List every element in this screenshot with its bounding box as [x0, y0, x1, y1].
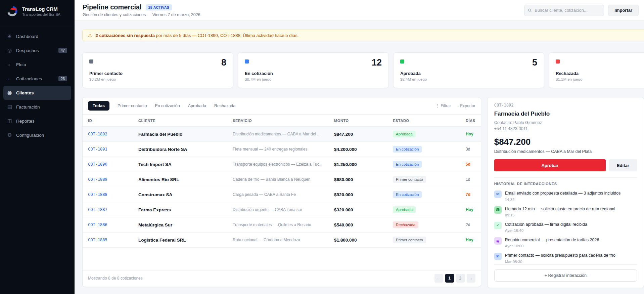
content: ⚠ 2 cotizaciónes sin respuesta por más d… — [75, 21, 644, 288]
phone-icon: ☎ — [494, 206, 502, 214]
history-time: Ayer 16:40 — [505, 228, 587, 233]
alert-text: 2 cotizaciónes sin respuesta por más de … — [96, 33, 299, 38]
kpi-value: 5 — [532, 57, 537, 68]
tab-todas[interactable]: Todas — [88, 101, 109, 111]
facturacion-icon: ▤ — [7, 104, 16, 110]
kpi-label: En cotización — [245, 71, 382, 76]
row-count-text: Mostrando 8 de 8 cotizaciones — [88, 276, 143, 281]
sidebar-item-cotizaciones[interactable]: ≡ Cotizaciones 23 — [3, 72, 71, 86]
kpi-value: 12 — [372, 57, 382, 68]
status-badge: En cotización — [393, 191, 422, 198]
table-row[interactable]: COT-1888 Construmax SA Carga pesada — CA… — [83, 187, 481, 202]
kpi-label: Aprobada — [400, 71, 537, 76]
page-title: Pipeline comercial — [83, 3, 142, 11]
table-row[interactable]: COT-1885 Logística Federal SRL Ruta naci… — [83, 233, 481, 248]
table-row[interactable]: COT-1891 Distribuidora Norte SA Flete me… — [83, 142, 481, 157]
despachos-count-badge: 47 — [58, 48, 67, 53]
meeting-icon: ◉ — [494, 237, 502, 245]
email-icon: ✉ — [494, 253, 502, 260]
status-badge: Aprobada — [393, 131, 416, 137]
translog-logo-icon — [6, 5, 19, 17]
kpi-square-green-icon — [400, 59, 404, 64]
kpi-sub: $2.4M en juego — [400, 77, 537, 81]
tab-rechazada[interactable]: Rechazada — [214, 101, 235, 111]
divider — [494, 177, 637, 178]
sidebar-item-flota[interactable]: ○ Flota — [3, 57, 71, 72]
table-footer: Mostrando 8 de 8 cotizaciones ← 1 2 → — [83, 270, 481, 287]
edit-button[interactable]: Editar — [609, 159, 637, 171]
table-header: ID CLIENTE SERVICIO MONTO ESTADO DÍAS — [83, 114, 481, 127]
filter-button[interactable]: ⋮ Filtrar — [435, 103, 451, 108]
sidebar-item-dashboard[interactable]: ⊞ Dashboard — [3, 29, 71, 43]
tab-primer-contacto[interactable]: Primer contacto — [118, 101, 147, 111]
kpi-card-aprobada: 5 Aprobada $2.4M en juego — [393, 52, 544, 88]
history-time: Mar 08:30 — [505, 260, 615, 264]
register-interaction-button[interactable]: + Registrar interacción — [494, 269, 637, 282]
main-area: Pipeline comercial 28 ACTIVAS Gestión de… — [75, 0, 644, 294]
import-button[interactable]: Importar — [608, 5, 639, 16]
page-2-button[interactable]: 2 — [456, 274, 465, 283]
search-box[interactable] — [524, 5, 604, 16]
detail-client-name: Farmacia del Pueblo — [494, 111, 637, 117]
kpi-square-red-icon — [556, 59, 560, 64]
kpi-row: 8 Primer contacto $3.2M en juego 12 En c… — [82, 52, 644, 88]
table-row[interactable]: COT-1887 Farma Express Distribución urge… — [83, 202, 481, 217]
history-item: ✓ Cotización aprobada — firma digital re… — [494, 222, 637, 233]
kpi-value: 8 — [221, 57, 226, 68]
kpi-label: Rechazada — [556, 71, 644, 76]
download-icon: ↓ — [457, 103, 459, 108]
detail-service: Distribución medicamentos — CABA a Mar d… — [494, 149, 637, 154]
table-row[interactable]: COT-1892 Farmacia del Pueblo Distribució… — [83, 127, 481, 142]
prev-page-button[interactable]: ← — [434, 274, 443, 283]
history-time: 14:32 — [505, 198, 621, 202]
sidebar-divider — [0, 25, 75, 25]
flota-icon: ○ — [7, 62, 16, 68]
status-badge: En cotización — [393, 161, 422, 168]
filter-tabs: Todas Primer contacto En cotización Apro… — [83, 97, 481, 114]
brand-company: Transportes del Sur SA — [22, 12, 60, 16]
kpi-card-primer-contacto: 8 Primer contacto $3.2M en juego — [82, 52, 233, 88]
history-item: ✉ Email enviado con propuesta detallada … — [494, 191, 637, 201]
detail-phone: +54 11 4823-0011 — [494, 126, 528, 131]
table-row[interactable]: COT-1886 Metalúrgica Sur Transporte mate… — [83, 217, 481, 233]
tab-aprobada[interactable]: Aprobada — [188, 101, 206, 111]
history-item: ✉ Primer contacto — solicita presupuesto… — [494, 253, 637, 263]
status-badge: Primer contacto — [393, 176, 426, 183]
warning-icon: ⚠ — [88, 33, 92, 38]
detail-contact: Contacto: Pablo Giménez +54 11 4823-0011 — [494, 120, 637, 132]
configuracion-icon: ⚙ — [7, 132, 16, 138]
table-row[interactable]: COT-1889 Alimentos Río SRL Cadena de frí… — [83, 172, 481, 187]
quotes-table-card: Todas Primer contacto En cotización Apro… — [82, 97, 481, 287]
status-badge: Primer contacto — [393, 237, 426, 243]
kpi-square-blue-icon — [245, 59, 249, 64]
kpi-card-rechazada: Rechazada $1.1M en juego — [549, 52, 644, 88]
detail-amount: $847.200 — [494, 137, 637, 147]
dashboard-icon: ⊞ — [7, 33, 16, 39]
next-page-button[interactable]: → — [467, 274, 475, 283]
kpi-card-en-cotizacion: 12 En cotización $8.7M en juego — [238, 52, 389, 88]
page-1-button[interactable]: 1 — [445, 274, 454, 283]
search-input[interactable] — [535, 8, 600, 13]
active-count-badge: 28 ACTIVAS — [146, 4, 172, 10]
sidebar-item-reportes[interactable]: ◫ Reportes — [3, 114, 71, 128]
search-icon — [528, 8, 532, 12]
email-icon: ✉ — [494, 191, 502, 198]
sidebar-item-clientes[interactable]: ◉ Clientes — [3, 86, 71, 100]
kpi-sub: $8.7M en juego — [245, 77, 382, 81]
sidebar-item-despachos[interactable]: ◎ Despachos 47 — [3, 43, 71, 57]
brand: TransLog CRM Transportes del Sur SA — [0, 0, 75, 23]
approve-button[interactable]: Aprobar — [494, 159, 606, 171]
tab-en-cotizacion[interactable]: En cotización — [155, 101, 180, 111]
cotizaciones-count-badge: 23 — [58, 76, 67, 81]
history-time: 09:15 — [505, 213, 615, 217]
status-badge: Aprobada — [393, 206, 416, 213]
table-row[interactable]: COT-1890 Tech Import SA Transporte equip… — [83, 157, 481, 172]
quote-detail-panel: COT-1892 Farmacia del Pueblo Contacto: P… — [487, 97, 644, 288]
reportes-icon: ◫ — [7, 118, 16, 124]
sidebar-item-facturacion[interactable]: ▤ Facturación — [3, 100, 71, 114]
sidebar-item-configuracion[interactable]: ⚙ Configuración — [3, 128, 71, 142]
page-subtitle: Gestión de clientes y cotizaciones — Vie… — [83, 12, 200, 17]
export-button[interactable]: ↓ Exportar — [457, 103, 475, 108]
kpi-sub: $3.2M en juego — [89, 77, 226, 81]
check-icon: ✓ — [494, 222, 502, 229]
